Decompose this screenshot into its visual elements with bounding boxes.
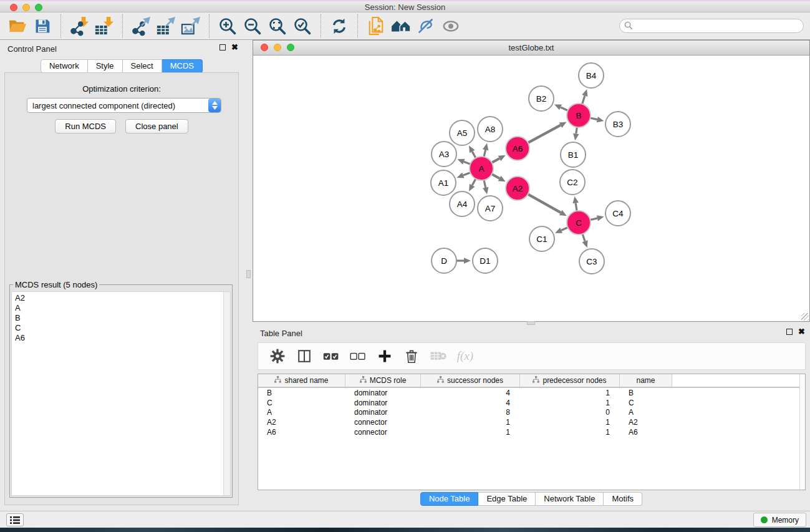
import-table-icon[interactable] [92,14,117,38]
close-panel-button[interactable]: Close panel [125,119,188,133]
result-item[interactable]: A6 [12,333,230,343]
edge-A-A6[interactable] [490,155,506,164]
import-network-icon[interactable] [67,14,92,38]
table-row[interactable]: Bdominator41B [258,388,805,398]
search-input[interactable] [619,19,804,33]
close-panel-icon[interactable]: ✖ [231,44,238,51]
node-C4[interactable]: C4 [605,201,630,226]
result-item[interactable]: B [12,313,230,323]
edge-A6-B[interactable] [526,122,567,143]
export-table-icon[interactable] [153,14,178,38]
node-A2[interactable]: A2 [506,177,529,200]
tab-node-table[interactable]: Node Table [420,492,479,506]
tab-style[interactable]: Style [88,59,123,73]
export-network-icon[interactable] [128,14,153,38]
add-icon[interactable] [374,345,395,367]
save-session-icon[interactable] [30,14,55,38]
result-item[interactable]: C [12,323,230,333]
zoom-fit-icon[interactable] [265,14,290,38]
node-A4[interactable]: A4 [450,191,475,216]
table-row[interactable]: Adominator80A [258,408,805,418]
table-row[interactable]: A6connector11A6 [258,427,805,437]
table-cell: 1 [520,389,620,397]
select-all-icon[interactable] [321,345,342,367]
node-B[interactable]: B [567,104,591,127]
task-history-button[interactable] [6,513,24,526]
table-close-panel-icon[interactable]: ✖ [798,329,805,335]
edge-A2-C[interactable] [526,193,567,216]
node-A[interactable]: A [470,157,493,180]
edge-C-C3[interactable] [582,232,588,248]
desktop-wallpaper-strip [0,528,810,532]
window-resize-grip[interactable] [801,313,809,321]
columns-icon[interactable] [294,345,315,367]
tab-network[interactable]: Network [41,59,88,73]
table-cell: dominator [345,389,421,397]
node-B2[interactable]: B2 [529,86,554,111]
result-scrollbar[interactable] [223,292,230,495]
zoom-out-icon[interactable] [240,14,265,38]
node-B3[interactable]: B3 [605,112,630,137]
delete-icon[interactable] [401,345,422,367]
deselect-all-icon[interactable] [347,345,369,367]
memory-button[interactable]: Memory [753,513,806,527]
node-A3[interactable]: A3 [432,142,456,167]
open-file-icon[interactable] [5,14,30,38]
eye-icon[interactable] [438,14,463,38]
column-header[interactable]: predecessor nodes [520,374,620,387]
node-C2[interactable]: C2 [560,170,585,195]
zoom-selected-icon[interactable] [290,14,315,38]
result-item[interactable]: A [12,303,230,313]
table-float-panel-icon[interactable] [786,329,793,335]
table-cell: A2 [620,418,672,427]
edge-B-B2[interactable] [554,104,569,111]
edge-B-B4[interactable] [582,89,588,106]
table-row[interactable]: A2connector11A2 [258,417,805,427]
home-icon[interactable] [388,14,413,38]
panel-divider-grip[interactable] [246,270,251,278]
edge-A-A2[interactable] [490,173,506,182]
node-B4[interactable]: B4 [579,63,604,88]
criterion-select[interactable]: largest connected component (directed) [27,98,221,113]
column-label: predecessor nodes [542,376,606,385]
network-window-title: testGlobe.txt [253,43,809,52]
export-image-icon[interactable] [178,14,203,38]
settings-icon[interactable] [267,345,288,367]
clear-table-icon [428,345,449,367]
table-row[interactable]: Cdominator41C [258,398,805,408]
tab-edge-table[interactable]: Edge Table [478,492,536,506]
result-item[interactable]: A2 [12,293,230,303]
svg-text:B3: B3 [613,120,624,129]
node-A6[interactable]: A6 [506,137,529,160]
node-A5[interactable]: A5 [450,120,475,145]
node-C1[interactable]: C1 [529,226,554,251]
node-A8[interactable]: A8 [478,117,503,142]
table-scrollbar[interactable] [799,374,805,490]
tab-mcds[interactable]: MCDS [162,59,203,73]
refresh-icon[interactable] [327,14,352,38]
node-B1[interactable]: B1 [561,142,586,167]
node-A1[interactable]: A1 [431,170,456,195]
float-panel-icon[interactable] [219,44,226,51]
node-C[interactable]: C [567,211,591,235]
zoom-in-icon[interactable] [215,14,240,38]
column-header[interactable]: successor nodes [421,374,520,387]
run-mcds-button[interactable]: Run MCDS [55,119,116,133]
svg-text:C4: C4 [612,209,624,218]
node-D[interactable]: D [432,248,456,273]
column-header[interactable]: name [620,374,672,387]
mcds-result-title: MCDS result (5 nodes) [13,280,99,289]
main-toolbar-icons [5,14,463,38]
tab-select[interactable]: Select [123,59,162,73]
network-canvas[interactable]: B4B2BB3A8A5A6A3B1AC2A1A2A4A7C4CC1DD1C3 [253,56,809,321]
svg-text:D: D [441,256,447,266]
clone-network-icon[interactable] [364,14,388,38]
node-C3[interactable]: C3 [579,249,604,274]
column-header[interactable]: MCDS role [345,374,421,387]
tab-motifs[interactable]: Motifs [604,492,642,506]
column-header[interactable]: shared name [258,374,345,387]
node-A7[interactable]: A7 [478,196,503,221]
node-D1[interactable]: D1 [473,248,498,273]
tab-network-table[interactable]: Network Table [536,492,604,506]
graphics-details-icon[interactable] [413,14,438,38]
